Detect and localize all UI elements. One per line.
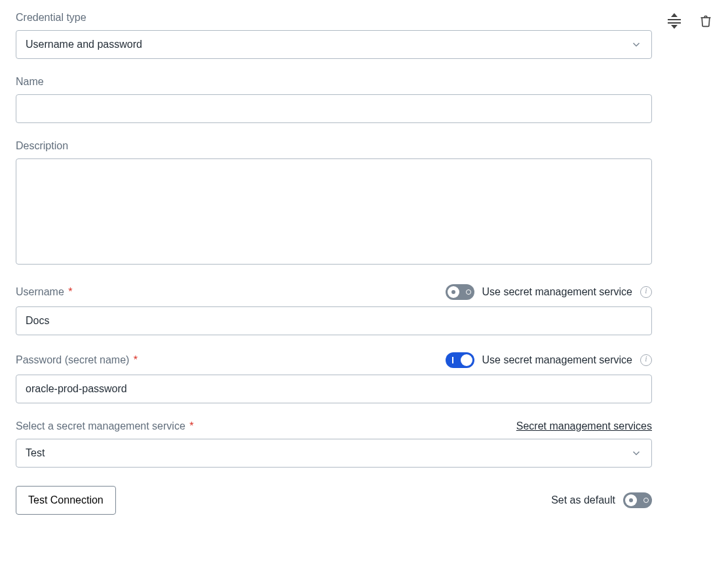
- credential-type-value: Username and password: [26, 39, 142, 50]
- secret-service-label: Select a secret management service: [16, 420, 185, 432]
- required-mark: *: [134, 354, 138, 365]
- info-icon[interactable]: [640, 286, 652, 298]
- username-label: Username: [16, 286, 64, 297]
- password-secret-toggle-label: Use secret management service: [482, 354, 632, 366]
- name-label: Name: [16, 76, 652, 88]
- trash-icon[interactable]: [699, 14, 712, 28]
- password-input[interactable]: [16, 375, 652, 403]
- password-secret-toggle[interactable]: [446, 352, 474, 368]
- field-credential-type: Credential type Username and password: [16, 12, 652, 59]
- secret-service-select[interactable]: Test: [16, 439, 652, 468]
- description-textarea[interactable]: [16, 158, 652, 265]
- password-label: Password (secret name): [16, 354, 129, 365]
- field-secret-service: Select a secret management service * Sec…: [16, 420, 652, 468]
- field-description: Description: [16, 140, 652, 267]
- username-input[interactable]: [16, 306, 652, 335]
- required-mark: *: [68, 286, 72, 297]
- credential-type-label: Credential type: [16, 12, 652, 24]
- info-icon[interactable]: [640, 354, 652, 366]
- credential-type-select[interactable]: Username and password: [16, 30, 652, 59]
- username-secret-toggle[interactable]: [446, 284, 474, 300]
- set-as-default-label: Set as default: [551, 494, 615, 506]
- test-connection-button[interactable]: Test Connection: [16, 486, 116, 515]
- collapse-icon[interactable]: [668, 14, 681, 28]
- description-label: Description: [16, 140, 652, 152]
- secret-services-link[interactable]: Secret management services: [516, 420, 652, 432]
- name-input[interactable]: [16, 94, 652, 123]
- username-secret-toggle-label: Use secret management service: [482, 286, 632, 298]
- field-username: Username * Use secret management service: [16, 284, 652, 335]
- set-as-default-toggle[interactable]: [623, 492, 652, 508]
- secret-service-value: Test: [26, 447, 45, 459]
- chevron-down-icon: [630, 447, 642, 459]
- field-name: Name: [16, 76, 652, 123]
- chevron-down-icon: [630, 39, 642, 50]
- required-mark: *: [189, 420, 193, 432]
- field-password: Password (secret name) * Use secret mana…: [16, 352, 652, 403]
